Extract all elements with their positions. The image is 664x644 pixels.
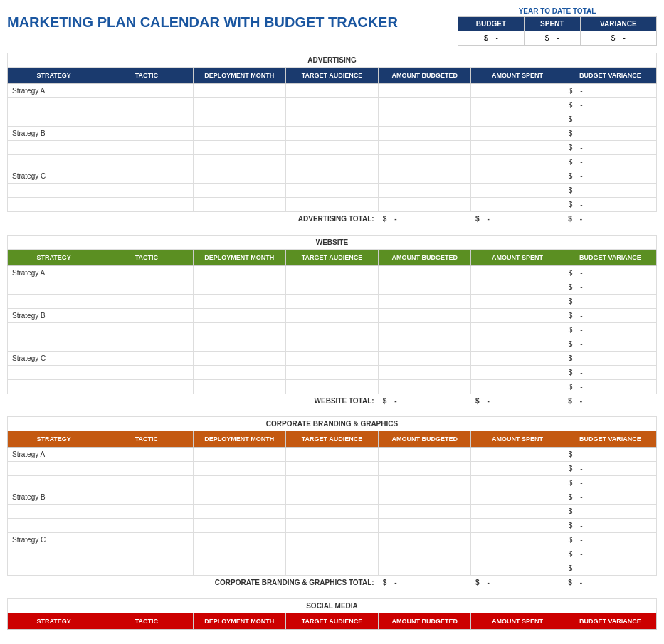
adv-total-variance: $ - bbox=[564, 212, 656, 226]
adv-strategyC-row1-budgeted[interactable] bbox=[379, 169, 471, 184]
adv-strategyB-row2-spent[interactable] bbox=[471, 141, 564, 155]
adv-strategyB-row1-tactic[interactable] bbox=[100, 127, 193, 141]
adv-strategyC-row2-tactic[interactable] bbox=[100, 184, 193, 198]
adv-strategyA-row1-deployment[interactable] bbox=[193, 84, 285, 98]
adv-strategyC-row1-deployment[interactable] bbox=[193, 169, 285, 184]
adv-strategyB-row2-strategy[interactable] bbox=[8, 141, 100, 155]
corp-strategyA-row1-strategy: Strategy A bbox=[8, 448, 100, 462]
adv-strategyC-row2-budgeted[interactable] bbox=[379, 184, 471, 198]
adv-strategyA-row1-tactic[interactable] bbox=[100, 84, 193, 98]
adv-strategyC-row2-target[interactable] bbox=[285, 184, 378, 198]
adv-strategyB-row2-target[interactable] bbox=[285, 141, 378, 155]
adv-strategyB-row3-variance: $ - bbox=[564, 155, 656, 169]
ytd-spent-header: SPENT bbox=[524, 17, 580, 31]
corporate-title: CORPORATE BRANDING & GRAPHICS bbox=[8, 417, 657, 431]
adv-strategyB-row2-budgeted[interactable] bbox=[379, 141, 471, 155]
adv-strategyA-row3-budgeted[interactable] bbox=[379, 112, 471, 127]
table-row: $ - bbox=[8, 112, 657, 127]
web-col-deployment: DEPLOYMENT MONTH bbox=[193, 249, 285, 265]
adv-strategyB-row2-deployment[interactable] bbox=[193, 141, 285, 155]
adv-strategyC-row3-strategy[interactable] bbox=[8, 198, 100, 212]
table-row: $ - bbox=[8, 561, 657, 576]
adv-strategyC-row3-budgeted[interactable] bbox=[379, 198, 471, 212]
adv-strategyC-row3-deployment[interactable] bbox=[193, 198, 285, 212]
adv-strategyB-row3-strategy[interactable] bbox=[8, 155, 100, 169]
table-row: Strategy B $ - bbox=[8, 490, 657, 505]
web-strategyC-row1-strategy: Strategy C bbox=[8, 351, 100, 365]
advertising-table: ADVERTISING STRATEGY TACTIC DEPLOYMENT M… bbox=[7, 53, 657, 226]
adv-strategyC-row2-deployment[interactable] bbox=[193, 184, 285, 198]
website-section: WEBSITE STRATEGY TACTIC DEPLOYMENT MONTH… bbox=[7, 235, 657, 408]
table-row: $ - bbox=[8, 141, 657, 155]
web-col-spent: AMOUNT SPENT bbox=[471, 249, 564, 265]
adv-strategyC-row3-spent[interactable] bbox=[471, 198, 564, 212]
soc-col-strategy: STRATEGY bbox=[8, 613, 100, 629]
adv-strategyB-row1-target[interactable] bbox=[285, 127, 378, 141]
adv-strategyB-row1-budgeted[interactable] bbox=[379, 127, 471, 141]
adv-strategyA-row1-strategy: Strategy A bbox=[8, 84, 100, 98]
adv-strategyB-row1-spent[interactable] bbox=[471, 127, 564, 141]
table-row: $ - bbox=[8, 322, 657, 337]
advertising-total-row: ADVERTISING TOTAL: $ - $ - $ - bbox=[8, 212, 657, 226]
table-row: $ - bbox=[8, 462, 657, 476]
soc-col-variance: BUDGET VARIANCE bbox=[564, 613, 656, 629]
website-title: WEBSITE bbox=[8, 235, 657, 249]
ytd-label: YEAR TO DATE TOTAL bbox=[458, 7, 657, 15]
adv-strategyB-row3-tactic[interactable] bbox=[100, 155, 193, 169]
website-table: WEBSITE STRATEGY TACTIC DEPLOYMENT MONTH… bbox=[7, 235, 657, 408]
adv-strategyA-row2-budgeted[interactable] bbox=[379, 98, 471, 112]
adv-strategyC-row2-strategy[interactable] bbox=[8, 184, 100, 198]
adv-strategyA-row2-deployment[interactable] bbox=[193, 98, 285, 112]
adv-strategyA-row1-target[interactable] bbox=[285, 84, 378, 98]
adv-strategyA-row2-target[interactable] bbox=[285, 98, 378, 112]
adv-strategyB-row3-deployment[interactable] bbox=[193, 155, 285, 169]
adv-strategyB-row1-deployment[interactable] bbox=[193, 127, 285, 141]
adv-strategyA-row3-spent[interactable] bbox=[471, 112, 564, 127]
adv-col-strategy: STRATEGY bbox=[8, 68, 100, 84]
adv-strategyC-row1-tactic[interactable] bbox=[100, 169, 193, 184]
table-row: $ - bbox=[8, 365, 657, 379]
adv-strategyA-row3-deployment[interactable] bbox=[193, 112, 285, 127]
table-row: Strategy B $ - bbox=[8, 127, 657, 141]
adv-strategyC-row3-tactic[interactable] bbox=[100, 198, 193, 212]
adv-strategyB-row3-spent[interactable] bbox=[471, 155, 564, 169]
adv-strategyB-row3-target[interactable] bbox=[285, 155, 378, 169]
web-total-label: WEBSITE TOTAL: bbox=[8, 394, 379, 408]
adv-strategyA-row3-strategy[interactable] bbox=[8, 112, 100, 127]
adv-strategyA-row2-spent[interactable] bbox=[471, 98, 564, 112]
adv-col-tactic: TACTIC bbox=[100, 68, 193, 84]
corp-total-label: CORPORATE BRANDING & GRAPHICS TOTAL: bbox=[8, 576, 379, 590]
corporate-total-row: CORPORATE BRANDING & GRAPHICS TOTAL: $ -… bbox=[8, 576, 657, 590]
adv-col-spent: AMOUNT SPENT bbox=[471, 68, 564, 84]
web-col-tactic: TACTIC bbox=[100, 249, 193, 265]
adv-strategyA-row2-strategy[interactable] bbox=[8, 98, 100, 112]
adv-strategyB-row1-variance: $ - bbox=[564, 127, 656, 141]
adv-strategyA-row1-spent[interactable] bbox=[471, 84, 564, 98]
table-row: Strategy A $ - bbox=[8, 84, 657, 98]
page-title: MARKETING PLAN CALENDAR WITH BUDGET TRAC… bbox=[7, 7, 398, 31]
table-row: Strategy A $ - bbox=[8, 265, 657, 280]
adv-col-budgeted: AMOUNT BUDGETED bbox=[379, 68, 471, 84]
adv-strategyC-row2-spent[interactable] bbox=[471, 184, 564, 198]
table-row: Strategy C $ - bbox=[8, 169, 657, 184]
web-strategyA-row1-strategy: Strategy A bbox=[8, 265, 100, 280]
corp-col-deployment: DEPLOYMENT MONTH bbox=[193, 431, 285, 448]
web-col-target: TARGET AUDIENCE bbox=[285, 249, 378, 265]
adv-strategyB-row3-budgeted[interactable] bbox=[379, 155, 471, 169]
adv-strategyA-row1-budgeted[interactable] bbox=[379, 84, 471, 98]
adv-strategyC-row1-strategy: Strategy C bbox=[8, 169, 100, 184]
social-title: SOCIAL MEDIA bbox=[8, 598, 657, 613]
adv-strategyA-row3-target[interactable] bbox=[285, 112, 378, 127]
adv-col-target: TARGET AUDIENCE bbox=[285, 68, 378, 84]
adv-strategyC-row3-target[interactable] bbox=[285, 198, 378, 212]
adv-strategyA-row3-tactic[interactable] bbox=[100, 112, 193, 127]
table-row: $ - bbox=[8, 547, 657, 561]
corp-col-tactic: TACTIC bbox=[100, 431, 193, 448]
adv-strategyC-row2-variance: $ - bbox=[564, 184, 656, 198]
adv-strategyC-row1-spent[interactable] bbox=[471, 169, 564, 184]
adv-strategyA-row3-variance: $ - bbox=[564, 112, 656, 127]
adv-strategyC-row3-variance: $ - bbox=[564, 198, 656, 212]
adv-strategyA-row2-tactic[interactable] bbox=[100, 98, 193, 112]
adv-strategyC-row1-target[interactable] bbox=[285, 169, 378, 184]
adv-strategyB-row2-tactic[interactable] bbox=[100, 141, 193, 155]
